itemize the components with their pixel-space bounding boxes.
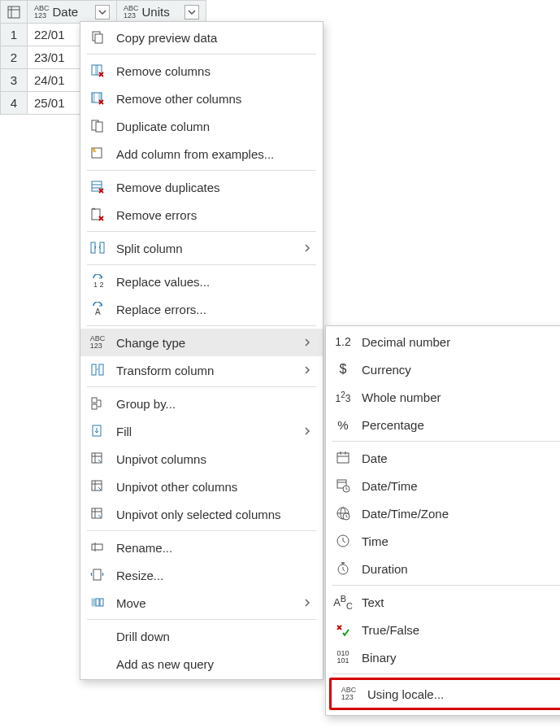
type-binary[interactable]: 010101 Binary	[326, 643, 560, 671]
menu-copy-preview[interactable]: Copy preview data	[80, 24, 323, 51]
menu-move[interactable]: Move	[80, 589, 323, 617]
svg-rect-4	[95, 34, 102, 43]
type-whole-number[interactable]: 123 Whole number	[326, 383, 560, 411]
type-currency[interactable]: $ Currency	[326, 355, 560, 383]
menu-split-column[interactable]: Split column	[80, 234, 323, 262]
menu-remove-errors[interactable]: Remove errors	[80, 201, 323, 229]
menu-separator	[87, 170, 316, 171]
menu-remove-other-columns[interactable]: Remove other columns	[80, 85, 323, 112]
datetimezone-icon	[334, 506, 352, 521]
menu-change-type[interactable]: ABC123 Change type	[80, 329, 323, 356]
type-text[interactable]: ABC Text	[326, 588, 560, 616]
svg-rect-39	[96, 599, 99, 606]
menu-replace-errors[interactable]: A Replace errors...	[80, 295, 323, 323]
grid-corner[interactable]	[1, 1, 28, 24]
currency-icon: $	[334, 362, 352, 377]
replace-values-icon: 1 2	[89, 274, 106, 289]
time-icon	[334, 534, 352, 548]
change-type-submenu: 1.2 Decimal number $ Currency 123 Whole …	[325, 325, 560, 716]
menu-unpivot-other-columns[interactable]: Unpivot other columns	[80, 473, 323, 500]
column-label: Units	[142, 5, 170, 19]
svg-rect-37	[93, 569, 101, 580]
type-boolean[interactable]: True/False	[326, 616, 560, 643]
menu-separator	[87, 325, 316, 326]
rename-icon	[89, 540, 106, 555]
split-icon	[89, 241, 106, 255]
svg-rect-22	[99, 364, 103, 375]
menu-add-from-examples[interactable]: Add column from examples...	[80, 140, 323, 168]
menu-transform-column[interactable]: Transform column	[80, 356, 323, 384]
column-filter-button[interactable]	[95, 5, 110, 20]
menu-remove-columns[interactable]: Remove columns	[80, 57, 323, 85]
menu-duplicate-column[interactable]: Duplicate column	[80, 112, 323, 140]
svg-rect-11	[96, 122, 102, 132]
submenu-arrow-icon	[300, 338, 311, 347]
unpivot-other-icon	[89, 479, 106, 494]
menu-separator	[332, 441, 560, 442]
menu-drill-down[interactable]: Drill down	[80, 622, 323, 650]
whole-number-icon: 123	[334, 390, 352, 404]
move-icon	[89, 595, 106, 610]
column-header-units[interactable]: ABC123 Units	[117, 1, 206, 24]
add-examples-icon	[89, 146, 106, 161]
type-using-locale[interactable]: ABC123 Using locale...	[332, 680, 560, 708]
fill-icon	[89, 424, 106, 438]
resize-icon	[89, 568, 106, 582]
menu-fill[interactable]: Fill	[80, 417, 323, 445]
submenu-arrow-icon	[300, 426, 311, 436]
any-type-icon: ABC123	[124, 5, 139, 20]
svg-rect-0	[8, 7, 20, 18]
submenu-arrow-icon	[300, 243, 311, 253]
any-type-icon: ABC123	[340, 687, 358, 701]
type-percentage[interactable]: % Percentage	[326, 411, 560, 438]
menu-resize[interactable]: Resize...	[80, 561, 323, 589]
datetime-icon	[334, 478, 352, 493]
svg-rect-23	[92, 398, 97, 403]
menu-separator	[87, 264, 316, 265]
column-filter-button[interactable]	[184, 5, 199, 20]
menu-remove-duplicates[interactable]: Remove duplicates	[80, 173, 323, 201]
row-number: 1	[1, 24, 28, 46]
menu-rename[interactable]: Rename...	[80, 534, 323, 561]
svg-rect-18	[100, 242, 104, 253]
transform-icon	[89, 363, 106, 377]
type-datetime[interactable]: Date/Time	[326, 472, 560, 499]
menu-unpivot-columns[interactable]: Unpivot columns	[80, 445, 323, 473]
menu-separator	[87, 54, 316, 54]
change-type-icon: ABC123	[89, 335, 106, 350]
svg-rect-6	[95, 65, 98, 75]
menu-unpivot-selected-columns[interactable]: Unpivot only selected columns	[80, 500, 323, 528]
percentage-icon: %	[334, 418, 352, 432]
type-date[interactable]: Date	[326, 444, 560, 472]
menu-separator	[87, 530, 316, 531]
type-decimal[interactable]: 1.2 Decimal number	[326, 328, 560, 355]
binary-icon: 010101	[334, 650, 352, 665]
menu-group-by[interactable]: Group by...	[80, 390, 323, 417]
copy-icon	[89, 30, 106, 45]
svg-rect-8	[92, 93, 95, 102]
svg-text:A: A	[95, 307, 101, 316]
menu-separator	[332, 674, 560, 674]
type-time[interactable]: Time	[326, 527, 560, 555]
decimal-icon: 1.2	[334, 335, 352, 348]
svg-rect-41	[337, 453, 349, 463]
date-icon	[334, 451, 352, 465]
menu-replace-values[interactable]: 1 2 Replace values...	[80, 268, 323, 295]
menu-separator	[332, 585, 560, 586]
submenu-arrow-icon	[300, 598, 311, 608]
menu-add-as-new-query[interactable]: Add as new query	[80, 650, 323, 678]
svg-rect-24	[92, 404, 97, 409]
svg-rect-38	[92, 599, 95, 606]
remove-duplicates-icon	[89, 180, 106, 194]
column-label: Date	[53, 5, 79, 19]
duplicate-icon	[89, 119, 106, 133]
svg-rect-21	[92, 364, 96, 375]
type-duration[interactable]: Duration	[326, 555, 560, 582]
remove-column-icon	[89, 63, 106, 78]
type-datetimezone[interactable]: Date/Time/Zone	[326, 499, 560, 527]
replace-errors-icon: A	[89, 302, 106, 316]
column-header-date[interactable]: ABC123 Date	[28, 1, 117, 24]
menu-separator	[87, 231, 316, 232]
unpivot-selected-icon	[89, 507, 106, 521]
svg-rect-17	[91, 242, 95, 253]
